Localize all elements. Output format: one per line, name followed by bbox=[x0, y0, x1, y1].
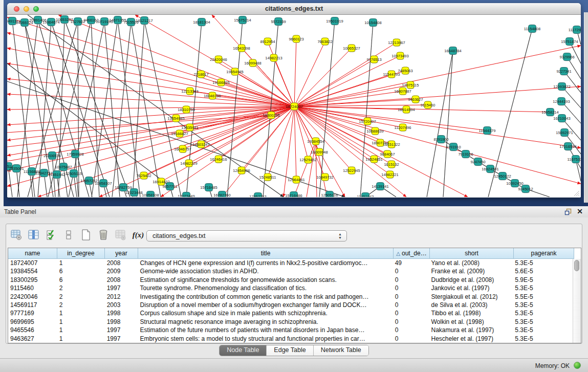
function-builder-icon[interactable]: f(x) bbox=[132, 229, 144, 241]
column-header-title[interactable]: title bbox=[138, 248, 394, 259]
graph-node[interactable]: 10065327 bbox=[343, 45, 360, 52]
graph-node[interactable]: 19654985 bbox=[226, 68, 243, 76]
table-row[interactable]: 969969511998Structural magnetic resonanc… bbox=[8, 318, 573, 326]
graph-node[interactable]: 15716486 bbox=[285, 192, 302, 198]
tab-node-table[interactable]: Node Table bbox=[220, 345, 267, 356]
close-panel-icon[interactable]: ✕ bbox=[577, 207, 583, 215]
table-row[interactable]: 1872400712008Changes of HCN gene express… bbox=[8, 259, 573, 267]
column-header-year[interactable]: year bbox=[105, 248, 138, 259]
graph-node[interactable]: 20206576 bbox=[43, 152, 60, 160]
graph-node[interactable]: 16782760 bbox=[213, 191, 230, 198]
graph-node[interactable]: 12213967 bbox=[388, 39, 405, 47]
table-row[interactable]: 977716911998Corpus callosum shape and si… bbox=[8, 309, 573, 317]
graph-node[interactable]: 9857791 bbox=[162, 183, 177, 191]
graph-node[interactable]: 11451942 bbox=[49, 171, 66, 179]
graph-node[interactable]: 11675334 bbox=[568, 156, 581, 164]
graph-node[interactable]: 19384554 bbox=[307, 138, 324, 145]
table-row[interactable]: 946554611997Estimation of the future num… bbox=[8, 326, 573, 334]
graph-node[interactable]: 12454906 bbox=[233, 167, 250, 174]
graph-node[interactable]: 12450122 bbox=[494, 172, 511, 181]
graph-node[interactable]: 15675214 bbox=[234, 16, 251, 25]
graph-node[interactable]: 10958108 bbox=[142, 191, 159, 198]
graph-node[interactable]: 9245012 bbox=[518, 185, 533, 193]
graph-node[interactable]: 14139141 bbox=[372, 183, 388, 191]
graph-node[interactable]: 9115460 bbox=[421, 101, 435, 109]
graph-node[interactable]: 16210043 bbox=[553, 115, 570, 123]
column-header-out_de[interactable]: △out_de… bbox=[394, 248, 430, 259]
graph-node[interactable]: 18310755 bbox=[178, 106, 194, 114]
graph-node[interactable]: 16046756 bbox=[204, 92, 221, 100]
graph-node[interactable]: 14982221 bbox=[381, 171, 398, 179]
graph-node[interactable]: 15751874 bbox=[561, 38, 578, 46]
graph-node[interactable]: 19524851 bbox=[365, 156, 382, 163]
graph-node[interactable]: 15720407 bbox=[359, 118, 376, 125]
graph-node[interactable]: 10688639 bbox=[366, 127, 383, 135]
float-panel-icon[interactable] bbox=[564, 208, 572, 215]
import-table-icon[interactable] bbox=[115, 229, 127, 241]
tab-edge-table[interactable]: Edge Table bbox=[267, 345, 313, 356]
graph-node[interactable]: 14982229 bbox=[180, 160, 197, 167]
graph-node[interactable]: 12529452 bbox=[299, 156, 316, 164]
column-header-name[interactable]: name bbox=[8, 248, 57, 259]
graph-node[interactable]: 15958214 bbox=[541, 108, 558, 117]
graph-node[interactable]: 16924501 bbox=[482, 165, 498, 173]
graph-node[interactable]: 8912954 bbox=[260, 38, 275, 46]
network-canvas[interactable]: 1872400718300295193845541691459411207496… bbox=[7, 15, 581, 197]
table-row[interactable]: 911546021997Tourette syndrome. Phenomeno… bbox=[8, 284, 573, 292]
unselect-rows-icon[interactable] bbox=[62, 229, 75, 241]
graph-node[interactable]: 11172953 bbox=[569, 26, 581, 34]
graph-node[interactable]: 12213383 bbox=[181, 87, 198, 95]
graph-node[interactable]: 16914594 bbox=[398, 106, 415, 114]
column-header-pagerank[interactable]: pagerank bbox=[514, 248, 574, 259]
table-row[interactable]: 1830029562008Estimation of significance … bbox=[8, 276, 573, 284]
resize-grip-icon[interactable] bbox=[573, 189, 580, 196]
graph-node[interactable]: 7663822 bbox=[317, 38, 332, 46]
scrollbar-thumb[interactable] bbox=[574, 260, 579, 271]
graph-node[interactable]: 14603247 bbox=[192, 141, 209, 148]
table-row[interactable]: 946362711997Embryonic stem cells: a mode… bbox=[8, 335, 573, 343]
graph-node[interactable]: 9227341 bbox=[556, 68, 571, 76]
graph-node[interactable]: 16046757 bbox=[174, 145, 191, 153]
graph-node[interactable]: 9329966 bbox=[559, 53, 574, 61]
graph-node[interactable]: 17957253 bbox=[249, 193, 266, 198]
graph-node[interactable]: 16648784 bbox=[444, 47, 461, 55]
graph-node[interactable]: 18181304 bbox=[193, 18, 210, 27]
graph-node[interactable]: 7485063 bbox=[398, 67, 412, 75]
table-selector-dropdown[interactable]: citations_edges.txt ▲▼ bbox=[146, 230, 347, 242]
column-header-short[interactable]: short bbox=[430, 248, 514, 259]
table-row[interactable]: 1456911722003Disruption of a novel membe… bbox=[8, 301, 573, 309]
graph-node[interactable]: 10958107 bbox=[95, 180, 112, 188]
graph-node[interactable]: 12522945 bbox=[343, 167, 360, 174]
tab-network-table[interactable]: Network Table bbox=[314, 345, 368, 356]
graph-node[interactable]: 2718617 bbox=[193, 71, 208, 78]
graph-node[interactable]: 16099488 bbox=[244, 59, 261, 67]
table-row[interactable]: 2242004622012Investigating the contribut… bbox=[8, 293, 573, 301]
new-table-icon[interactable] bbox=[80, 229, 92, 241]
graph-node[interactable]: 9660123 bbox=[289, 35, 303, 43]
graph-node[interactable]: 15692971 bbox=[556, 129, 573, 137]
graph-node[interactable]: 12505116 bbox=[321, 191, 338, 198]
column-header-in_degree[interactable]: in_degree bbox=[57, 248, 105, 259]
graph-node[interactable]: 22420046 bbox=[210, 56, 227, 63]
graph-node[interactable]: 1615132 bbox=[384, 161, 399, 168]
vertical-scrollbar[interactable] bbox=[573, 259, 581, 343]
table-column-icon[interactable] bbox=[28, 229, 40, 241]
graph-node[interactable]: 5572339 bbox=[271, 18, 286, 26]
graph-node[interactable]: 14982213 bbox=[265, 54, 282, 62]
graph-node[interactable]: 11451943 bbox=[357, 193, 374, 198]
graph-node[interactable]: 10975887 bbox=[55, 163, 72, 171]
graph-node[interactable]: 10154808 bbox=[364, 19, 381, 27]
graph-node[interactable]: 17016534 bbox=[559, 143, 576, 151]
graph-node[interactable]: 2535001 bbox=[9, 165, 24, 173]
graph-node[interactable]: 10849732 bbox=[316, 173, 333, 181]
graph-node[interactable]: 11154808 bbox=[524, 25, 540, 33]
table-settings-icon[interactable] bbox=[10, 229, 23, 241]
network-window-titlebar[interactable]: citations_edges.txt bbox=[7, 3, 581, 15]
select-all-icon[interactable] bbox=[45, 229, 57, 241]
graph-node[interactable]: 12444193 bbox=[553, 98, 570, 106]
graph-node[interactable]: 16543398 bbox=[233, 45, 250, 52]
table-row[interactable]: 1938455462009Genome-wide association stu… bbox=[8, 267, 573, 275]
delete-table-icon[interactable] bbox=[97, 229, 110, 241]
graph-node[interactable]: 19501919 bbox=[326, 17, 343, 26]
graph-node[interactable]: 12093872 bbox=[553, 83, 570, 91]
